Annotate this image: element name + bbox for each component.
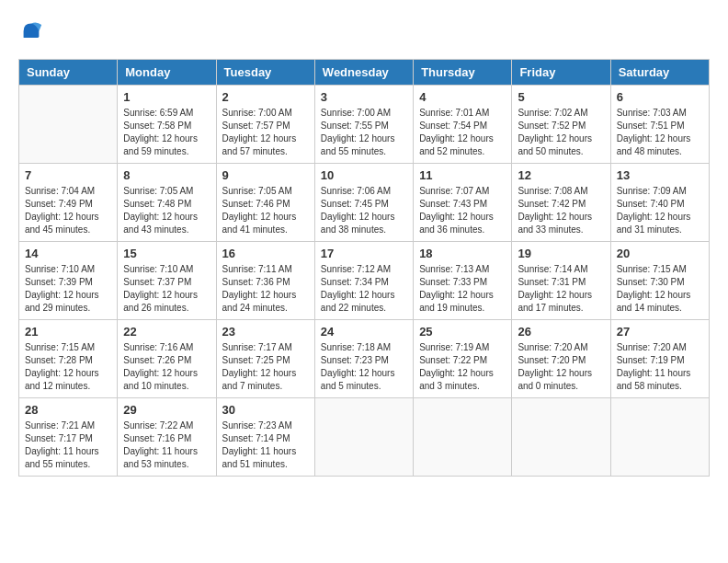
column-header-thursday: Thursday xyxy=(414,60,512,86)
day-number: 19 xyxy=(518,247,604,260)
day-info: Sunrise: 7:18 AMSunset: 7:23 PMDaylight:… xyxy=(321,341,407,393)
day-info: Sunrise: 7:00 AMSunset: 7:55 PMDaylight:… xyxy=(321,107,407,158)
logo-icon xyxy=(18,18,44,44)
day-number: 11 xyxy=(419,168,506,182)
day-info: Sunrise: 7:00 AMSunset: 7:57 PMDaylight:… xyxy=(222,107,309,158)
day-number: 27 xyxy=(617,325,703,339)
calendar-cell: 21Sunrise: 7:15 AMSunset: 7:28 PMDayligh… xyxy=(19,320,118,398)
day-info: Sunrise: 7:16 AMSunset: 7:26 PMDaylight:… xyxy=(123,341,210,393)
calendar-cell: 16Sunrise: 7:11 AMSunset: 7:36 PMDayligh… xyxy=(216,242,314,320)
day-info: Sunrise: 7:04 AMSunset: 7:49 PMDaylight:… xyxy=(25,185,111,236)
day-info: Sunrise: 7:12 AMSunset: 7:34 PMDaylight:… xyxy=(321,263,407,315)
day-number: 8 xyxy=(123,168,210,182)
day-number: 21 xyxy=(25,325,111,339)
day-info: Sunrise: 7:15 AMSunset: 7:28 PMDaylight:… xyxy=(25,341,111,393)
day-number: 12 xyxy=(518,168,604,182)
day-info: Sunrise: 7:19 AMSunset: 7:22 PMDaylight:… xyxy=(419,341,506,393)
day-number: 2 xyxy=(222,90,309,104)
calendar-cell xyxy=(314,398,413,477)
day-number: 28 xyxy=(25,403,111,417)
calendar-cell: 3Sunrise: 7:00 AMSunset: 7:55 PMDaylight… xyxy=(314,86,413,164)
day-number: 24 xyxy=(321,325,407,339)
calendar-cell: 2Sunrise: 7:00 AMSunset: 7:57 PMDaylight… xyxy=(216,86,314,164)
calendar-cell: 10Sunrise: 7:06 AMSunset: 7:45 PMDayligh… xyxy=(314,164,413,242)
calendar-cell: 15Sunrise: 7:10 AMSunset: 7:37 PMDayligh… xyxy=(118,242,216,320)
calendar-cell: 30Sunrise: 7:23 AMSunset: 7:14 PMDayligh… xyxy=(216,398,314,477)
calendar-header-row: SundayMondayTuesdayWednesdayThursdayFrid… xyxy=(19,60,710,86)
day-info: Sunrise: 7:10 AMSunset: 7:37 PMDaylight:… xyxy=(123,263,210,315)
day-info: Sunrise: 7:02 AMSunset: 7:52 PMDaylight:… xyxy=(518,107,604,158)
day-info: Sunrise: 7:03 AMSunset: 7:51 PMDaylight:… xyxy=(617,107,703,158)
day-number: 26 xyxy=(518,325,604,339)
calendar-cell: 11Sunrise: 7:07 AMSunset: 7:43 PMDayligh… xyxy=(414,164,512,242)
day-info: Sunrise: 7:20 AMSunset: 7:20 PMDaylight:… xyxy=(518,341,604,393)
day-number: 18 xyxy=(419,247,506,260)
calendar-cell: 20Sunrise: 7:15 AMSunset: 7:30 PMDayligh… xyxy=(610,242,709,320)
day-number: 3 xyxy=(321,90,407,104)
day-number: 7 xyxy=(25,168,111,182)
day-info: Sunrise: 7:20 AMSunset: 7:19 PMDaylight:… xyxy=(617,341,703,393)
day-number: 23 xyxy=(222,325,309,339)
day-number: 14 xyxy=(25,247,111,260)
calendar-cell: 13Sunrise: 7:09 AMSunset: 7:40 PMDayligh… xyxy=(610,164,709,242)
day-info: Sunrise: 6:59 AMSunset: 7:58 PMDaylight:… xyxy=(123,107,210,158)
calendar-cell: 5Sunrise: 7:02 AMSunset: 7:52 PMDaylight… xyxy=(512,86,610,164)
day-info: Sunrise: 7:09 AMSunset: 7:40 PMDaylight:… xyxy=(617,185,703,236)
day-info: Sunrise: 7:06 AMSunset: 7:45 PMDaylight:… xyxy=(321,185,407,236)
column-header-sunday: Sunday xyxy=(19,60,118,86)
day-number: 15 xyxy=(123,247,210,260)
day-info: Sunrise: 7:05 AMSunset: 7:46 PMDaylight:… xyxy=(222,185,309,236)
day-info: Sunrise: 7:10 AMSunset: 7:39 PMDaylight:… xyxy=(25,263,111,315)
calendar-table: SundayMondayTuesdayWednesdayThursdayFrid… xyxy=(18,59,710,477)
calendar-cell: 17Sunrise: 7:12 AMSunset: 7:34 PMDayligh… xyxy=(314,242,413,320)
day-info: Sunrise: 7:11 AMSunset: 7:36 PMDaylight:… xyxy=(222,263,309,315)
day-number: 4 xyxy=(419,90,506,104)
column-header-monday: Monday xyxy=(118,60,216,86)
day-number: 17 xyxy=(321,247,407,260)
day-info: Sunrise: 7:21 AMSunset: 7:17 PMDaylight:… xyxy=(25,419,111,471)
calendar-week-row: 7Sunrise: 7:04 AMSunset: 7:49 PMDaylight… xyxy=(19,164,710,242)
calendar-cell: 6Sunrise: 7:03 AMSunset: 7:51 PMDaylight… xyxy=(610,86,709,164)
calendar-cell: 18Sunrise: 7:13 AMSunset: 7:33 PMDayligh… xyxy=(414,242,512,320)
day-number: 16 xyxy=(222,247,309,260)
calendar-cell xyxy=(610,398,709,477)
calendar-cell: 26Sunrise: 7:20 AMSunset: 7:20 PMDayligh… xyxy=(512,320,610,398)
calendar-cell: 25Sunrise: 7:19 AMSunset: 7:22 PMDayligh… xyxy=(414,320,512,398)
calendar-cell xyxy=(19,86,118,164)
day-number: 13 xyxy=(617,168,703,182)
day-info: Sunrise: 7:05 AMSunset: 7:48 PMDaylight:… xyxy=(123,185,210,236)
column-header-friday: Friday xyxy=(512,60,610,86)
day-info: Sunrise: 7:17 AMSunset: 7:25 PMDaylight:… xyxy=(222,341,309,393)
day-number: 30 xyxy=(222,403,309,417)
calendar-cell: 19Sunrise: 7:14 AMSunset: 7:31 PMDayligh… xyxy=(512,242,610,320)
calendar-cell: 8Sunrise: 7:05 AMSunset: 7:48 PMDaylight… xyxy=(118,164,216,242)
day-info: Sunrise: 7:14 AMSunset: 7:31 PMDaylight:… xyxy=(518,263,604,315)
calendar-cell: 24Sunrise: 7:18 AMSunset: 7:23 PMDayligh… xyxy=(314,320,413,398)
calendar-cell: 23Sunrise: 7:17 AMSunset: 7:25 PMDayligh… xyxy=(216,320,314,398)
day-number: 1 xyxy=(123,90,210,104)
day-number: 5 xyxy=(518,90,604,104)
column-header-wednesday: Wednesday xyxy=(314,60,413,86)
day-info: Sunrise: 7:15 AMSunset: 7:30 PMDaylight:… xyxy=(617,263,703,315)
day-number: 10 xyxy=(321,168,407,182)
calendar-cell: 22Sunrise: 7:16 AMSunset: 7:26 PMDayligh… xyxy=(118,320,216,398)
day-number: 29 xyxy=(123,403,210,417)
day-info: Sunrise: 7:01 AMSunset: 7:54 PMDaylight:… xyxy=(419,107,506,158)
day-info: Sunrise: 7:08 AMSunset: 7:42 PMDaylight:… xyxy=(518,185,604,236)
calendar-week-row: 1Sunrise: 6:59 AMSunset: 7:58 PMDaylight… xyxy=(19,86,710,164)
day-number: 9 xyxy=(222,168,309,182)
day-number: 25 xyxy=(419,325,506,339)
calendar-cell: 12Sunrise: 7:08 AMSunset: 7:42 PMDayligh… xyxy=(512,164,610,242)
calendar-cell: 28Sunrise: 7:21 AMSunset: 7:17 PMDayligh… xyxy=(19,398,118,477)
day-info: Sunrise: 7:13 AMSunset: 7:33 PMDaylight:… xyxy=(419,263,506,315)
day-number: 20 xyxy=(617,247,703,260)
calendar-cell: 29Sunrise: 7:22 AMSunset: 7:16 PMDayligh… xyxy=(118,398,216,477)
day-info: Sunrise: 7:07 AMSunset: 7:43 PMDaylight:… xyxy=(419,185,506,236)
calendar-cell xyxy=(512,398,610,477)
calendar-cell: 9Sunrise: 7:05 AMSunset: 7:46 PMDaylight… xyxy=(216,164,314,242)
day-info: Sunrise: 7:22 AMSunset: 7:16 PMDaylight:… xyxy=(123,419,210,471)
calendar-cell: 7Sunrise: 7:04 AMSunset: 7:49 PMDaylight… xyxy=(19,164,118,242)
calendar-week-row: 21Sunrise: 7:15 AMSunset: 7:28 PMDayligh… xyxy=(19,320,710,398)
day-number: 22 xyxy=(123,325,210,339)
calendar-week-row: 28Sunrise: 7:21 AMSunset: 7:17 PMDayligh… xyxy=(19,398,710,477)
